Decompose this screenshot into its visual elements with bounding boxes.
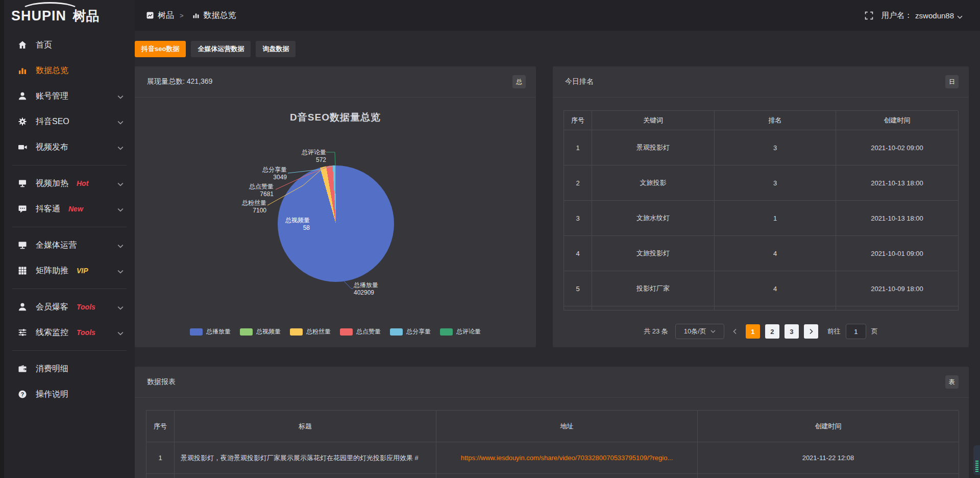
sidebar-item-video-heat[interactable]: 视频加热 Hot xyxy=(4,171,135,196)
chevron-down-icon xyxy=(117,180,124,186)
panel-divider xyxy=(553,97,969,98)
floating-dock[interactable] xyxy=(973,445,980,475)
sidebar-item-doukertong[interactable]: 抖客通 New xyxy=(4,196,135,222)
table-cell: 5 xyxy=(564,271,592,306)
legend-item-videos[interactable]: 总视频量 xyxy=(240,327,281,336)
sidebar-item-label: 会员爆客 xyxy=(36,302,68,313)
table-cell-clipped xyxy=(715,306,836,310)
home-icon xyxy=(17,40,28,50)
sidebar-item-data-overview[interactable]: 数据总览 xyxy=(4,58,135,83)
table-cell: 4 xyxy=(715,236,836,271)
table-cell: 2021-10-13 18:00 xyxy=(836,201,959,236)
fullscreen-icon[interactable] xyxy=(865,11,873,20)
tab-inquiry-data[interactable]: 询盘数据 xyxy=(256,41,296,57)
breadcrumb-app-icon xyxy=(146,12,154,19)
chevron-down-icon xyxy=(117,329,124,336)
legend-swatch xyxy=(190,328,203,336)
sidebar: SHUPIN 树品 首页 数据总览 账号管理 xyxy=(4,0,135,478)
overview-panel: 展现量总数: 421,369 总 D音SEO数据量总览 总评论量572 总分享 xyxy=(135,66,536,347)
pie-label-comments: 总评论量572 xyxy=(302,149,326,164)
dock-stripes-icon xyxy=(975,461,978,472)
hot-badge: Hot xyxy=(77,179,88,187)
column-header: 标题 xyxy=(175,411,436,442)
sidebar-item-spend-detail[interactable]: 消费明细 xyxy=(4,356,135,381)
sliders-icon xyxy=(17,327,28,338)
goto-suffix: 页 xyxy=(871,327,878,336)
table-cell-clipped xyxy=(698,474,959,478)
report-panel-header: 数据报表 表 xyxy=(135,367,969,397)
ranking-day-badge[interactable]: 日 xyxy=(945,75,959,88)
sidebar-item-account[interactable]: 账号管理 xyxy=(4,83,135,109)
overview-total-badge[interactable]: 总 xyxy=(512,75,526,88)
sidebar-item-member-burst[interactable]: 会员爆客 Tools xyxy=(4,294,135,320)
pie-label-fans: 总粉丝量7100 xyxy=(242,199,266,214)
legend-item-likes[interactable]: 总点赞量 xyxy=(340,327,381,336)
legend-item-shares[interactable]: 总分享量 xyxy=(390,327,431,336)
tab-douyin-seo-data[interactable]: 抖音seo数据 xyxy=(135,41,186,57)
svg-text:?: ? xyxy=(21,391,24,397)
pie-label-shares: 总分享量3049 xyxy=(262,166,287,181)
pie-label-plays: 总播放量402909 xyxy=(354,281,378,297)
sidebar-item-label: 线索监控 xyxy=(36,327,68,338)
chevron-down-icon xyxy=(117,144,124,150)
tools-badge: Tools xyxy=(77,328,95,337)
topbar-right: 用户名： zswodun88 xyxy=(865,11,963,20)
menu-divider xyxy=(12,350,127,351)
video-link[interactable]: https://www.iesdouyin.com/share/video/70… xyxy=(461,454,673,462)
sidebar-item-omnimedia[interactable]: 全媒体运营 xyxy=(4,232,135,258)
table-cell: 3 xyxy=(715,130,836,165)
sidebar-item-matrix-boost[interactable]: 矩阵助推 VIP xyxy=(4,258,135,283)
report-table-badge[interactable]: 表 xyxy=(945,375,959,389)
prev-page-button[interactable] xyxy=(729,324,741,339)
chart-legend: 总播放量 总视频量 总粉丝量 总点赞量 总分享量 xyxy=(135,327,536,336)
sidebar-item-help[interactable]: ? 操作说明 xyxy=(4,381,135,407)
panel-divider xyxy=(135,397,969,398)
table-cell: 2021-11-22 12:08 xyxy=(698,442,959,474)
table-cell-clipped xyxy=(175,474,436,478)
breadcrumb-current: 数据总览 xyxy=(204,10,236,21)
table-cell-clipped xyxy=(146,474,175,478)
vip-badge: VIP xyxy=(77,267,88,275)
sidebar-item-label: 账号管理 xyxy=(36,91,68,102)
sidebar-item-label: 消费明细 xyxy=(36,364,68,374)
sidebar-item-label: 操作说明 xyxy=(36,389,68,400)
bar-chart-icon xyxy=(17,65,28,76)
sidebar-menu: 首页 数据总览 账号管理 抖音SEO xyxy=(4,32,135,407)
page-button-2[interactable]: 2 xyxy=(765,324,779,339)
column-header: 关键词 xyxy=(592,111,715,130)
sidebar-item-label: 抖音SEO xyxy=(36,116,69,127)
sidebar-item-home[interactable]: 首页 xyxy=(4,32,135,58)
breadcrumb: 树品 > 数据总览 xyxy=(146,10,236,21)
legend-item-fans[interactable]: 总粉丝量 xyxy=(290,327,331,336)
goto-page-input[interactable] xyxy=(846,324,866,339)
grid-icon xyxy=(17,266,28,276)
column-header: 创建时间 xyxy=(698,411,959,442)
user-menu[interactable]: 用户名： zswodun88 xyxy=(881,11,963,20)
user-icon xyxy=(17,91,28,101)
pie-label-likes: 总点赞量7681 xyxy=(249,183,274,198)
page-button-1[interactable]: 1 xyxy=(746,324,760,339)
sidebar-item-label: 抖客通 xyxy=(36,204,60,214)
chevron-down-icon xyxy=(710,329,716,334)
legend-item-comments[interactable]: 总评论量 xyxy=(440,327,481,336)
legend-swatch xyxy=(240,328,253,336)
table-cell: 2021-10-01 09:00 xyxy=(836,236,959,271)
ranking-panel-header: 今日排名 日 xyxy=(553,66,969,97)
legend-item-plays[interactable]: 总播放量 xyxy=(190,327,231,336)
table-cell: 文旅投影 xyxy=(592,165,715,201)
chevron-down-icon xyxy=(117,242,124,248)
table-cell-clipped xyxy=(436,474,698,478)
sidebar-item-lead-monitor[interactable]: 线索监控 Tools xyxy=(4,320,135,345)
page-size-select[interactable]: 10条/页 xyxy=(675,324,724,339)
sidebar-item-douyin-seo[interactable]: 抖音SEO xyxy=(4,109,135,134)
legend-swatch xyxy=(390,328,403,336)
table-cell: 投影灯厂家 xyxy=(592,271,715,306)
breadcrumb-root[interactable]: 树品 xyxy=(158,10,174,21)
ranking-panel: 今日排名 日 序号 关键词 排名 创建时间 1 景观投影灯 3 2021-10-… xyxy=(553,66,969,347)
sidebar-item-video-publish[interactable]: 视频发布 xyxy=(4,134,135,160)
page-button-3[interactable]: 3 xyxy=(785,324,799,339)
tab-omnimedia-data[interactable]: 全媒体运营数据 xyxy=(191,41,251,57)
next-page-button[interactable] xyxy=(804,324,818,339)
table-cell: 4 xyxy=(715,271,836,306)
table-cell: 3 xyxy=(564,201,592,236)
